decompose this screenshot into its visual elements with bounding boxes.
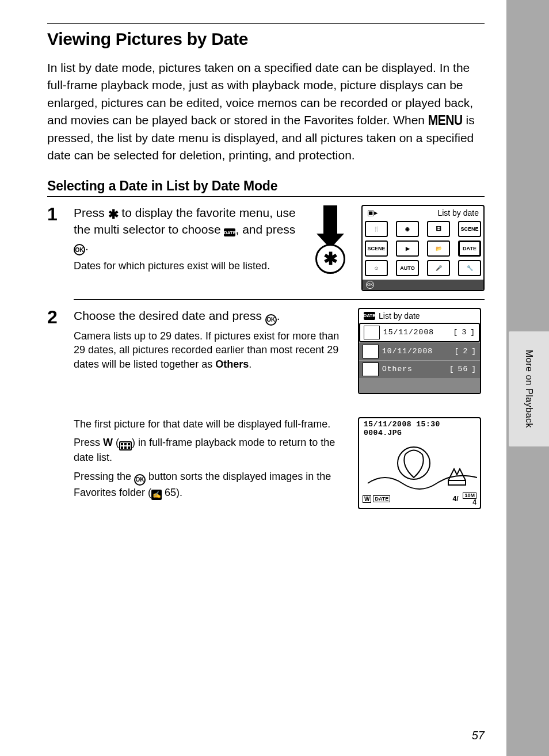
down-arrow-favorite-icon: ✱ — [307, 205, 353, 274]
step-2-p4: Pressing the OK button sorts the display… — [74, 469, 346, 500]
step-divider — [74, 299, 485, 300]
remaining-count: 4 — [472, 499, 476, 506]
image-counter: 4/ — [452, 495, 458, 503]
w-zoom-icon: W — [363, 495, 371, 503]
favorite-menu-grid: 🍴 ◉ 🎞 SCENE SCENE ▶ 📂 DATE ☺ AUTO 🎤 🔧 — [363, 217, 483, 280]
menu-icon-playback: ▶ — [396, 240, 419, 257]
favorite-star-circled-icon: ✱ — [315, 244, 345, 274]
step-2-p2: The first picture for that date will be … — [74, 417, 346, 432]
thumbnail-grid-icon — [119, 441, 132, 450]
date-row: 10/11/2008 [ 2 ] — [359, 342, 480, 360]
step-2-lead: Choose the desired date and press OK. — [74, 308, 346, 326]
fullframe-playback-screen: 15/11/2008 15:30 0004.JPG W DATE 4/ 10 — [358, 417, 481, 509]
resolution-badge: 10M — [463, 492, 476, 499]
date-row-selected: 15/11/2008 [ 3 ] — [359, 323, 480, 342]
page-number: 57 — [472, 729, 485, 742]
intro-paragraph: In list by date mode, pictures taken on … — [47, 59, 485, 165]
reference-icon: ✍ — [151, 490, 162, 500]
menu-icon-shoot: ◉ — [396, 221, 419, 237]
step-number: 1 — [47, 205, 63, 291]
step-2-p3: Press W () in full-frame playback mode t… — [74, 436, 346, 465]
menu-icon-voice: 🎤 — [427, 260, 450, 276]
list-by-date-screen: DATE List by date 15/11/2008 [ 3 ] — [358, 308, 481, 394]
page-title: Viewing Pictures by Date — [47, 29, 485, 49]
ok-button-icon: OK — [265, 314, 277, 326]
screen-title: List by date — [437, 208, 479, 217]
photo-bottom-overlay: W DATE 4/ 10M 4 — [363, 492, 476, 506]
menu-label-icon: MENU — [428, 110, 463, 131]
step-2: 2 Choose the desired date and press OK. … — [47, 308, 485, 509]
ok-small-icon: OK — [366, 281, 374, 289]
photo-info-overlay: 15/11/2008 15:30 0004.JPG — [364, 421, 440, 438]
thumbnail-icon — [364, 326, 380, 339]
list-title: List by date — [379, 311, 420, 320]
menu-icon-movie: 🎞 — [427, 221, 450, 237]
manual-page: Viewing Pictures by Date In list by date… — [0, 0, 506, 756]
list-footer — [359, 378, 480, 393]
step-1-lead: Press ✱ to display the favorite menu, us… — [74, 205, 296, 256]
favorite-menu-screen: ▣▸ List by date 🍴 ◉ 🎞 SCENE SCENE ▶ 📂 DA… — [361, 205, 485, 291]
favorite-star-icon: ✱ — [108, 209, 119, 220]
thumbnail-icon — [363, 345, 379, 358]
w-zoom-out-icon: W — [103, 437, 113, 448]
list-by-date-icon: DATE — [224, 228, 235, 236]
list-by-date-icon: DATE — [364, 312, 375, 320]
thumbnail-icon — [363, 362, 379, 376]
ok-button-icon: OK — [134, 474, 146, 486]
title-rule — [47, 23, 485, 24]
camera-mode-icon: ▣▸ — [367, 208, 378, 217]
side-tab: More on Playback — [509, 331, 549, 446]
menu-icon-scene2: SCENE — [365, 240, 388, 257]
subheading: Selecting a Date in List by Date Mode — [47, 178, 485, 194]
subheading-rule — [47, 196, 485, 197]
menu-icon-auto: AUTO — [396, 260, 419, 276]
menu-icon-smile: ☺ — [365, 260, 388, 276]
ok-button-icon: OK — [74, 244, 85, 255]
date-row-others: Others [ 56 ] — [359, 360, 480, 378]
step-number: 2 — [47, 308, 63, 509]
step-2-sub: Camera lists up to 29 dates. If pictures… — [74, 329, 346, 372]
list-title-bar: DATE List by date — [359, 309, 480, 323]
menu-icon-setup: 🔧 — [458, 260, 481, 276]
menu-icon-list-by-date: DATE — [458, 240, 481, 257]
step-1: 1 Press ✱ to display the favorite menu, … — [47, 205, 485, 291]
ok-bar: OK — [363, 280, 483, 290]
menu-icon-food: 🍴 — [365, 221, 388, 237]
side-tab-label: More on Playback — [524, 350, 534, 428]
menu-icon-scene: SCENE — [458, 221, 481, 237]
date-mode-badge-icon: DATE — [373, 495, 390, 502]
menu-icon-folder: 📂 — [427, 240, 450, 257]
step-1-sub: Dates for which pictures exist will be l… — [74, 259, 296, 273]
